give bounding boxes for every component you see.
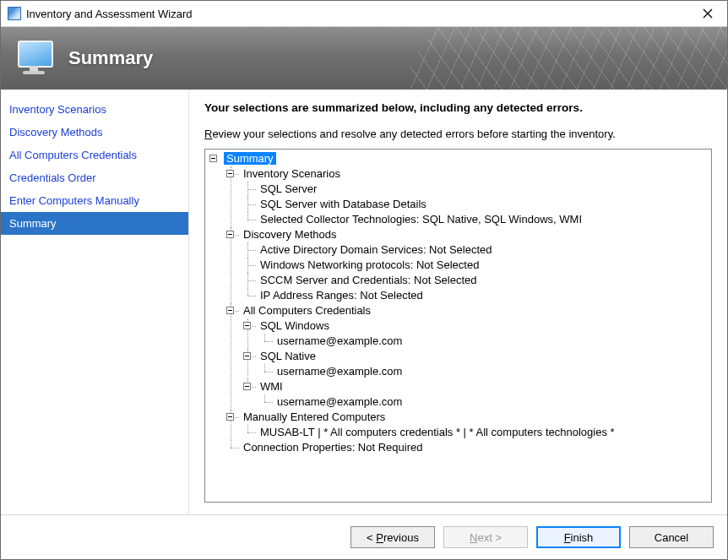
footer: < Previous Next > Finish Cancel bbox=[1, 514, 727, 559]
tree-leaf[interactable]: username@example.com bbox=[258, 394, 709, 410]
title-bar: Inventory and Assessment Wizard bbox=[1, 1, 727, 27]
headline: Your selections are summarized below, in… bbox=[204, 101, 712, 114]
tree-node-cred-group[interactable]: WMI username@example.com bbox=[241, 379, 709, 410]
wizard-window: Inventory and Assessment Wizard Summary … bbox=[0, 0, 728, 560]
sidebar-item-discovery-methods[interactable]: Discovery Methods bbox=[1, 121, 188, 144]
tree-node-credentials[interactable]: All Computers Credentials SQL Windows us… bbox=[224, 303, 709, 410]
tree-root[interactable]: Summary Inventory Scenarios SQL Server S… bbox=[207, 151, 709, 455]
finish-button[interactable]: Finish bbox=[536, 526, 621, 548]
tree-leaf-label[interactable]: MUSAB-LT | * All computers credentials *… bbox=[258, 426, 617, 438]
instruction-rest: eview your selections and resolve any de… bbox=[212, 128, 615, 140]
banner-decor bbox=[398, 27, 727, 90]
banner-title: Summary bbox=[68, 47, 153, 69]
expander-icon[interactable] bbox=[243, 322, 251, 329]
previous-button[interactable]: < Previous bbox=[350, 526, 435, 548]
expander-icon[interactable] bbox=[226, 170, 234, 177]
tree-leaf-label[interactable]: Connection Properties: Not Required bbox=[241, 441, 425, 454]
tree-label[interactable]: SQL Windows bbox=[258, 319, 332, 332]
instruction-text: Review your selections and resolve any d… bbox=[204, 128, 712, 140]
tree-leaf-label[interactable]: SQL Server bbox=[258, 182, 319, 195]
tree-leaf-label[interactable]: Active Directory Domain Services: Not Se… bbox=[258, 243, 495, 256]
tree-leaf-label[interactable]: Selected Collector Technologies: SQL Nat… bbox=[258, 213, 584, 226]
expander-icon[interactable] bbox=[226, 307, 234, 314]
next-button: Next > bbox=[443, 526, 528, 548]
instruction-accelerator: R bbox=[204, 128, 212, 140]
tree-leaf-connection-properties[interactable]: Connection Properties: Not Required bbox=[224, 440, 709, 455]
main-panel: Your selections are summarized below, in… bbox=[189, 90, 727, 514]
app-icon bbox=[8, 7, 21, 20]
tree-leaf-label[interactable]: Windows Networking protocols: Not Select… bbox=[258, 258, 481, 271]
tree-leaf-label[interactable]: username@example.com bbox=[274, 365, 405, 378]
chevron-left-icon: < bbox=[367, 531, 373, 544]
tree-node-manual[interactable]: Manually Entered Computers MUSAB-LT | * … bbox=[224, 410, 709, 440]
sidebar-item-summary[interactable]: Summary bbox=[1, 212, 188, 235]
summary-tree[interactable]: Summary Inventory Scenarios SQL Server S… bbox=[204, 149, 712, 503]
tree-node-discovery-methods[interactable]: Discovery Methods Active Directory Domai… bbox=[224, 227, 709, 303]
chevron-right-icon: > bbox=[495, 531, 502, 544]
tree-label[interactable]: All Computers Credentials bbox=[241, 304, 373, 317]
tree-node-inventory-scenarios[interactable]: Inventory Scenarios SQL Server SQL Serve… bbox=[224, 166, 709, 227]
expander-icon[interactable] bbox=[243, 383, 251, 390]
window-title: Inventory and Assessment Wizard bbox=[26, 8, 688, 20]
spacer bbox=[204, 503, 712, 514]
tree-leaf[interactable]: SCCM Server and Credentials: Not Selecte… bbox=[241, 273, 709, 288]
tree-node-cred-group[interactable]: SQL Native username@example.com bbox=[241, 349, 709, 379]
banner: Summary bbox=[1, 27, 727, 90]
tree-leaf[interactable]: username@example.com bbox=[258, 364, 709, 379]
button-label: Cancel bbox=[655, 531, 688, 544]
expander-icon[interactable] bbox=[226, 413, 234, 421]
expander-icon[interactable] bbox=[226, 231, 234, 238]
sidebar-item-all-credentials[interactable]: All Computers Credentials bbox=[1, 144, 188, 166]
button-label: Finish bbox=[564, 531, 594, 544]
tree-leaf[interactable]: username@example.com bbox=[258, 334, 709, 349]
button-label: Next bbox=[470, 531, 495, 544]
body: Inventory Scenarios Discovery Methods Al… bbox=[1, 90, 727, 514]
tree-root-label[interactable]: Summary bbox=[224, 152, 276, 165]
sidebar-item-enter-manually[interactable]: Enter Computers Manually bbox=[1, 189, 188, 212]
tree-leaf-label[interactable]: SQL Server with Database Details bbox=[258, 198, 429, 210]
tree-label[interactable]: WMI bbox=[258, 380, 285, 393]
tree-leaf-label[interactable]: SCCM Server and Credentials: Not Selecte… bbox=[258, 274, 480, 286]
close-icon[interactable] bbox=[688, 1, 727, 26]
cancel-button[interactable]: Cancel bbox=[629, 526, 714, 548]
tree-label[interactable]: SQL Native bbox=[258, 350, 318, 362]
sidebar: Inventory Scenarios Discovery Methods Al… bbox=[1, 90, 188, 514]
tree-leaf[interactable]: SQL Server with Database Details bbox=[241, 197, 709, 212]
tree-leaf-label[interactable]: username@example.com bbox=[274, 334, 405, 347]
tree-label[interactable]: Inventory Scenarios bbox=[241, 167, 343, 180]
expander-icon[interactable] bbox=[243, 352, 251, 360]
button-label: Previous bbox=[373, 531, 419, 544]
expander-icon[interactable] bbox=[209, 155, 217, 162]
banner-monitor-icon bbox=[16, 41, 57, 76]
tree-label[interactable]: Discovery Methods bbox=[241, 228, 340, 241]
tree-leaf-label[interactable]: username@example.com bbox=[274, 395, 405, 408]
sidebar-item-credentials-order[interactable]: Credentials Order bbox=[1, 166, 188, 189]
sidebar-item-inventory-scenarios[interactable]: Inventory Scenarios bbox=[1, 98, 188, 121]
tree-leaf[interactable]: SQL Server bbox=[241, 182, 709, 197]
tree-label[interactable]: Manually Entered Computers bbox=[241, 410, 388, 423]
tree-leaf[interactable]: IP Address Ranges: Not Selected bbox=[241, 288, 709, 303]
tree-leaf[interactable]: MUSAB-LT | * All computers credentials *… bbox=[241, 425, 709, 440]
tree-node-cred-group[interactable]: SQL Windows username@example.com bbox=[241, 318, 709, 349]
tree-leaf[interactable]: Selected Collector Technologies: SQL Nat… bbox=[241, 212, 709, 227]
tree-leaf[interactable]: Active Directory Domain Services: Not Se… bbox=[241, 242, 709, 258]
tree-leaf-label[interactable]: IP Address Ranges: Not Selected bbox=[258, 289, 426, 302]
tree-leaf[interactable]: Windows Networking protocols: Not Select… bbox=[241, 258, 709, 273]
